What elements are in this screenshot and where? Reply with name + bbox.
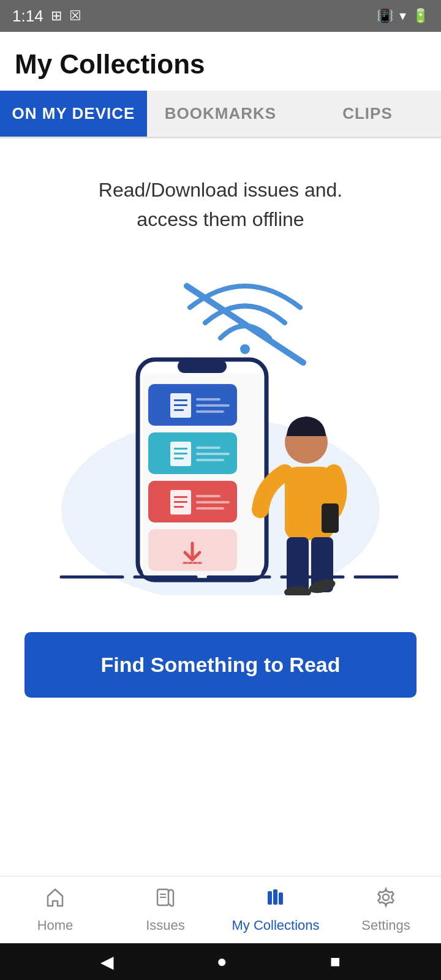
svg-rect-26 — [174, 506, 184, 508]
svg-point-50 — [383, 894, 389, 900]
svg-rect-21 — [196, 459, 224, 461]
tabs-container: ON MY DEVICE BOOKMARKS CLIPS — [0, 91, 441, 138]
tab-clips[interactable]: CLIPS — [294, 91, 441, 137]
status-bar: 1:14 ⊞ ☒ 📳 ▾ 🔋 — [0, 0, 441, 32]
status-left: 1:14 ⊞ ☒ — [12, 7, 81, 26]
svg-rect-35 — [322, 503, 339, 533]
nav-item-issues[interactable]: Issues — [110, 880, 221, 933]
svg-rect-18 — [174, 458, 184, 459]
nav-item-home[interactable]: Home — [0, 880, 110, 933]
home-icon — [44, 886, 66, 914]
wifi-icon: ▾ — [399, 8, 406, 24]
android-system-bar: ◀ ● ■ — [0, 943, 441, 980]
tab-bookmarks[interactable]: BOOKMARKS — [147, 91, 294, 137]
collections-icon — [265, 886, 287, 914]
find-something-to-read-button[interactable]: Find Something to Read — [24, 632, 417, 698]
svg-point-1 — [240, 344, 250, 354]
svg-rect-36 — [287, 537, 309, 592]
battery-icon: 🔋 — [412, 8, 429, 24]
nav-label-issues: Issues — [146, 918, 185, 933]
svg-rect-28 — [196, 501, 230, 503]
svg-rect-27 — [196, 495, 221, 497]
svg-rect-29 — [196, 507, 224, 510]
header: My Collections — [0, 32, 441, 80]
status-right: 📳 ▾ 🔋 — [377, 8, 429, 24]
svg-rect-11 — [196, 398, 221, 401]
time-display: 1:14 — [12, 7, 43, 26]
offline-illustration — [43, 265, 398, 595]
nav-label-my-collections: My Collections — [232, 918, 319, 933]
recents-button[interactable]: ■ — [330, 952, 341, 971]
svg-rect-48 — [273, 889, 277, 905]
nav-label-settings: Settings — [361, 918, 410, 933]
tab-on-my-device[interactable]: ON MY DEVICE — [0, 91, 147, 137]
svg-rect-20 — [196, 453, 230, 455]
teams-icon: ⊞ — [51, 8, 62, 24]
svg-rect-13 — [196, 410, 224, 413]
vibrate-icon: 📳 — [377, 8, 393, 24]
nav-label-home: Home — [37, 918, 74, 933]
close-icon: ☒ — [69, 8, 81, 24]
bottom-nav: Home Issues My Collections — [0, 876, 441, 943]
back-button[interactable]: ◀ — [100, 952, 114, 972]
svg-rect-16 — [174, 448, 187, 450]
nav-item-settings[interactable]: Settings — [331, 880, 441, 933]
svg-rect-47 — [268, 891, 272, 905]
svg-rect-49 — [279, 892, 283, 905]
main-content: Read/Download issues and. access them of… — [0, 138, 441, 796]
svg-rect-10 — [174, 409, 184, 411]
svg-rect-24 — [174, 496, 187, 498]
svg-rect-19 — [196, 447, 221, 449]
empty-state-text: Read/Download issues and. access them of… — [99, 175, 342, 234]
home-button[interactable]: ● — [217, 952, 227, 971]
svg-rect-9 — [174, 404, 187, 406]
page-title: My Collections — [15, 49, 426, 80]
svg-rect-8 — [174, 399, 187, 401]
svg-rect-25 — [174, 501, 187, 503]
book-icon — [154, 886, 176, 914]
svg-rect-12 — [196, 404, 230, 407]
nav-item-my-collections[interactable]: My Collections — [221, 880, 331, 933]
svg-rect-17 — [174, 453, 187, 454]
settings-icon — [375, 886, 397, 914]
svg-rect-4 — [178, 360, 227, 373]
